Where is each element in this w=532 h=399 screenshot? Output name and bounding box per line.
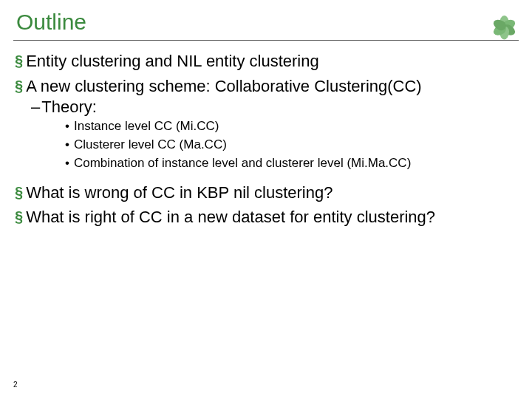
bullet-level3: • Combination of instance level and clus… bbox=[65, 155, 519, 172]
content-area: § Entity clustering and NIL entity clust… bbox=[13, 51, 519, 228]
dot-bullet-icon: • bbox=[65, 118, 69, 135]
slide-title: Outline bbox=[13, 10, 86, 35]
bullet-text: Theory: bbox=[41, 98, 97, 117]
bullet-text: What is wrong of CC in KBP nil clusterin… bbox=[26, 183, 332, 203]
bullet-level1: § A new clustering scheme: Collaborative… bbox=[15, 76, 519, 97]
bullet-text: Clusterer level CC (Ma.CC) bbox=[74, 137, 227, 154]
bullet-text: What is right of CC in a new dataset for… bbox=[26, 207, 435, 228]
square-bullet-icon: § bbox=[15, 183, 23, 202]
dash-bullet-icon: – bbox=[31, 98, 40, 117]
square-bullet-icon: § bbox=[15, 76, 23, 95]
title-row: Outline bbox=[13, 7, 519, 41]
bullet-level2: – Theory: bbox=[31, 98, 519, 117]
dot-bullet-icon: • bbox=[65, 155, 69, 172]
bullet-level1: § What is right of CC in a new dataset f… bbox=[15, 207, 519, 228]
bullet-text: Entity clustering and NIL entity cluster… bbox=[26, 51, 319, 72]
bullet-text: Combination of instance level and cluste… bbox=[74, 155, 411, 172]
page-number: 2 bbox=[13, 381, 18, 389]
bullet-level3: • Clusterer level CC (Ma.CC) bbox=[65, 137, 519, 154]
dot-bullet-icon: • bbox=[65, 137, 69, 154]
flower-logo-icon bbox=[489, 7, 519, 37]
bullet-level1: § What is wrong of CC in KBP nil cluster… bbox=[15, 183, 519, 203]
slide: Outline § Entity clustering and NIL enti… bbox=[0, 0, 532, 399]
square-bullet-icon: § bbox=[15, 207, 23, 226]
bullet-level1: § Entity clustering and NIL entity clust… bbox=[15, 51, 519, 72]
bullet-text: Instance level CC (Mi.CC) bbox=[74, 118, 219, 135]
bullet-text: A new clustering scheme: Collaborative C… bbox=[26, 76, 422, 97]
square-bullet-icon: § bbox=[15, 51, 23, 70]
bullet-level3: • Instance level CC (Mi.CC) bbox=[65, 118, 519, 135]
